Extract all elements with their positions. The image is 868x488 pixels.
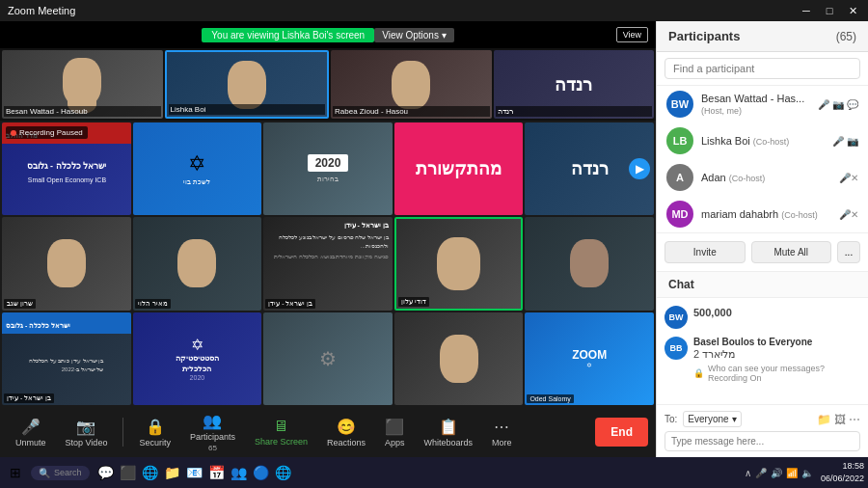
speaker1-label: שרון שגב — [4, 299, 36, 309]
more-icon: ⋯ — [494, 418, 509, 436]
minimize-btn[interactable]: ─ — [799, 5, 814, 17]
windows-start-button[interactable]: ⊞ — [4, 463, 27, 482]
thumbnail-besan[interactable]: Besan Wattad - Hasoub — [2, 50, 163, 119]
thumb-label-randa: רנדה — [496, 106, 653, 117]
main-video-grid: מדד החלב ישראל כלכלה - גלובס Small Open … — [0, 121, 656, 407]
end-button[interactable]: End — [595, 418, 648, 447]
more-button[interactable]: ⋯ More — [484, 414, 520, 451]
reactions-label: Reactions — [327, 438, 366, 447]
participant-info-lishka: Lishka Boi (Co-host) — [701, 135, 825, 147]
toolbar-right: End — [595, 418, 648, 447]
chat-subtext-2: 🔒 Who can see your messages? Recording O… — [693, 364, 860, 383]
panel-more-button[interactable]: ... — [837, 241, 860, 263]
nav-arrow-btn[interactable]: ▶ — [629, 158, 650, 179]
whiteboards-label: Whiteboards — [424, 438, 474, 447]
participant-info-mariam: mariam dahabrh (Co-host) — [701, 208, 831, 220]
taskbar-search-icon: 🔍 — [39, 468, 50, 478]
participant-item-adan[interactable]: A Adan (Co-host) 🎤✕ — [657, 159, 868, 196]
taskbar-view-icon[interactable]: ⬛ — [120, 465, 136, 480]
news2-label: בן ישראל - עידן — [4, 393, 54, 403]
chat-message-1: BW 500,000 — [665, 306, 860, 329]
participant-icons-besan: 🎤 📷 💬 — [818, 99, 858, 110]
participant-search-input[interactable] — [665, 58, 860, 79]
share-screen-button[interactable]: 🖥 Share Screen — [247, 414, 315, 450]
mute-all-button[interactable]: Mute All — [751, 241, 832, 263]
participants-label: Participants — [190, 432, 235, 442]
security-button[interactable]: 🔒 Security — [131, 414, 178, 451]
panel-actions: Invite Mute All ... — [657, 232, 868, 272]
main-area: You are viewing Lishka Boi's screen View… — [0, 21, 868, 457]
participant-icons-adan: 🎤✕ — [839, 173, 858, 183]
participant-info-besan: Besan Wattad - Has... (Host, me) — [701, 93, 810, 116]
chat-input[interactable] — [665, 431, 860, 451]
screen-share-notice: You are viewing Lishka Boi's screen — [202, 28, 374, 42]
maximize-btn[interactable]: □ — [822, 5, 837, 17]
mic-tray-icon[interactable]: 🎤 — [755, 468, 767, 478]
taskbar-chat-icon[interactable]: 💬 — [97, 465, 114, 480]
chat-file-button[interactable]: 📁 — [817, 413, 831, 426]
chevron-down-icon: ▾ — [732, 414, 737, 424]
participant-item-lishka[interactable]: LB Lishka Boi (Co-host) 🎤 📷 — [657, 122, 868, 159]
windows-taskbar: ⊞ 🔍 Search 💬 ⬛ 🌐 📁 📧 📅 👥 🔵 🌐 ∧ 🎤 🔊 📶 🔈 — [0, 457, 868, 488]
chat-more-button[interactable]: ⋯ — [849, 413, 860, 426]
doc-label: בן ישראל - עידן — [265, 299, 315, 309]
chat-avatar-bw: BW — [665, 306, 688, 329]
whiteboards-button[interactable]: 📋 Whiteboards — [417, 414, 481, 451]
taskbar-mail-icon[interactable]: 📧 — [186, 465, 203, 480]
chat-messages: BW 500,000 BB Basel Boulos to Everyone מ… — [657, 298, 868, 404]
chat-image-button[interactable]: 🖼 — [834, 413, 846, 426]
chat-text-1: 500,000 — [693, 306, 860, 320]
taskbar-calendar-icon[interactable]: 📅 — [208, 465, 225, 480]
chat-to-row: To: Everyone ▾ 📁 🖼 ⋯ — [665, 411, 860, 427]
invite-button[interactable]: Invite — [665, 241, 746, 263]
grid-cell-randa: רנדה ▶ — [525, 122, 654, 215]
chat-action-buttons: 📁 🖼 ⋯ — [817, 413, 860, 426]
grid-cell-news2: ישראל כלכלה - גלובס בן ישראל עידן כותב ע… — [2, 312, 131, 405]
chat-text-2: מליארד 2 — [693, 347, 860, 362]
avatar-adan: A — [666, 164, 693, 191]
apps-icon: ⬛ — [385, 418, 404, 436]
grid-cell-speaker2: מאיר הלוי — [133, 217, 262, 310]
recording-notice: Who can see your messages? Recording On — [708, 364, 860, 383]
volume-icon[interactable]: 🔈 — [801, 468, 813, 478]
tray-chevron[interactable]: ∧ — [745, 468, 751, 478]
network-icon[interactable]: 📶 — [786, 468, 798, 478]
reactions-button[interactable]: 😊 Reactions — [319, 414, 373, 451]
taskbar-zoom-icon[interactable]: 🔵 — [253, 465, 269, 480]
taskbar-folder-icon[interactable]: 📁 — [164, 465, 180, 480]
participant-item-besan[interactable]: BW Besan Wattad - Has... (Host, me) 🎤 📷 … — [657, 86, 868, 122]
taskbar-clock[interactable]: 18:58 06/06/2022 — [821, 460, 864, 484]
chat-message-2: BB Basel Boulos to Everyone מליארד 2 🔒 W… — [665, 337, 860, 383]
stop-video-label: Stop Video — [66, 438, 108, 447]
title-bar-controls: ─ □ ✕ — [799, 5, 860, 17]
participant-item-mariam[interactable]: MD mariam dahabrh (Co-host) 🎤✕ — [657, 196, 868, 232]
thumbnail-rabea[interactable]: Rabea Zioud - Hasou — [331, 50, 492, 119]
participants-title: Participants — [668, 29, 740, 43]
toolbar: 🎤 Unmute 📷 Stop Video 🔒 Security 👥 — [0, 407, 656, 457]
grid-cell-zoom: ZOOM ✡ Oded Salomy — [525, 312, 654, 405]
comms-text: מהתקשורת — [416, 158, 502, 179]
participants-button[interactable]: 👥 Participants 65 — [182, 408, 243, 456]
close-btn[interactable]: ✕ — [845, 5, 860, 17]
chat-to-select[interactable]: Everyone ▾ — [683, 411, 741, 427]
taskbar-search[interactable]: 🔍 Search — [31, 466, 90, 480]
taskbar-chrome-icon[interactable]: 🌐 — [275, 465, 291, 480]
view-options-button[interactable]: View Options ▾ — [374, 28, 454, 42]
right-panel: Participants (65) BW Besan Wattad - Has.… — [656, 21, 868, 457]
taskbar-teams-icon[interactable]: 👥 — [231, 465, 247, 480]
speaker-tray-icon[interactable]: 🔊 — [771, 468, 782, 478]
chat-title: Chat — [668, 278, 694, 291]
unmute-button[interactable]: 🎤 Unmute — [8, 414, 54, 451]
video-section: You are viewing Lishka Boi's screen View… — [0, 21, 656, 457]
grid-cell-1: מדד החלב ישראל כלכלה - גלובס Small Open … — [2, 122, 131, 215]
apps-button[interactable]: ⬛ Apps — [377, 414, 413, 451]
thumbnail-lishka[interactable]: Lishka Boi — [165, 50, 330, 119]
participant-icons-lishka: 🎤 📷 — [832, 136, 858, 147]
view-button[interactable]: View — [616, 27, 648, 42]
stop-video-button[interactable]: 📷 Stop Video — [58, 414, 116, 451]
taskbar-edge-icon[interactable]: 🌐 — [142, 465, 158, 480]
thumbnail-randa[interactable]: רנדה רנדה — [494, 50, 655, 119]
search-box — [657, 52, 868, 86]
chat-footer: To: Everyone ▾ 📁 🖼 ⋯ — [657, 404, 868, 457]
grid-cell-3: 2020 בחירות — [263, 122, 393, 215]
